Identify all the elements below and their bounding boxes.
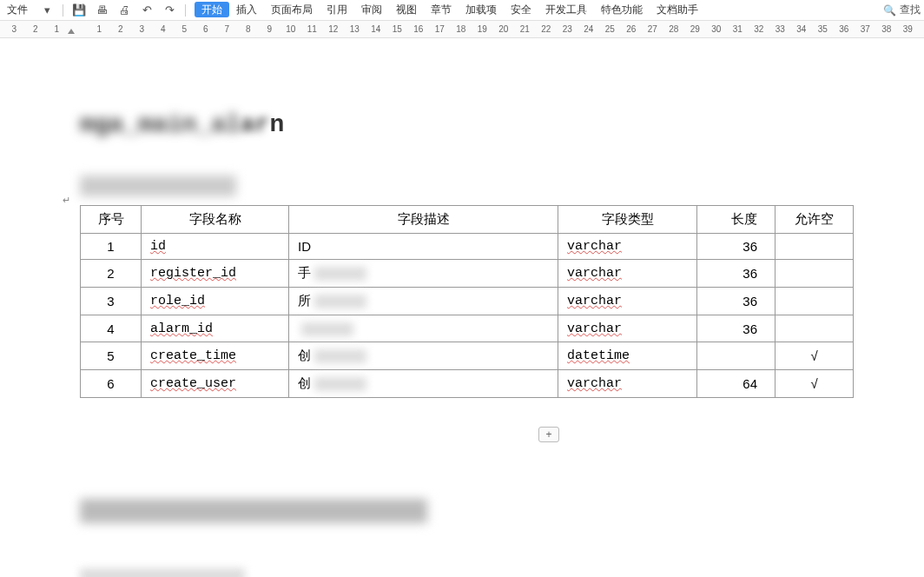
ruler[interactable]: 3211234567891011121314151617181920212223…	[0, 21, 924, 38]
cell-name[interactable]: create_user	[142, 370, 289, 398]
ruler-tick: 35	[812, 24, 834, 34]
header-len[interactable]: 长度	[697, 206, 776, 234]
add-row-button[interactable]: +	[538, 427, 559, 442]
tab-文档助手[interactable]: 文档助手	[650, 2, 705, 17]
ruler-tick: 9	[259, 24, 280, 34]
table-row[interactable]: 1idIDvarchar36	[81, 234, 854, 260]
ruler-tick: 18	[451, 24, 472, 34]
ruler-tick: 16	[408, 24, 430, 34]
cell-type[interactable]: varchar	[558, 260, 697, 288]
cell-null[interactable]	[776, 260, 854, 288]
header-type[interactable]: 字段类型	[558, 206, 697, 234]
cell-null[interactable]	[776, 315, 854, 342]
ruler-tick: 21	[514, 24, 536, 34]
cell-seq[interactable]: 4	[81, 315, 142, 342]
title-visible-char: n	[269, 111, 284, 138]
cell-type[interactable]: varchar	[558, 370, 697, 398]
header-null[interactable]: 允许空	[776, 206, 854, 234]
table-row[interactable]: 4alarm_idvarchar36	[81, 315, 854, 342]
print-preview-icon[interactable]: 🖨	[117, 3, 131, 17]
ruler-tick: 26	[621, 24, 643, 34]
divider	[63, 4, 63, 17]
file-dropdown-icon[interactable]: ▾	[40, 3, 54, 17]
cell-null[interactable]	[776, 234, 854, 260]
ruler-tick: 40	[919, 24, 925, 34]
cell-seq[interactable]: 6	[81, 370, 142, 398]
cell-desc[interactable]: 所	[289, 288, 558, 315]
tab-章节[interactable]: 章节	[424, 2, 459, 17]
desc-redacted	[301, 322, 353, 336]
tab-插入[interactable]: 插入	[229, 2, 264, 17]
cell-name[interactable]: alarm_id	[142, 315, 289, 342]
save-icon[interactable]: 💾	[72, 3, 86, 17]
cell-len[interactable]: 36	[697, 315, 776, 342]
cell-type[interactable]: varchar	[558, 288, 697, 315]
cell-seq[interactable]: 5	[81, 342, 142, 370]
ruler-tick: 30	[706, 24, 728, 34]
ruler-tick: 15	[386, 24, 408, 34]
cell-name[interactable]: register_id	[142, 260, 289, 288]
cell-len[interactable]: 36	[697, 288, 776, 315]
cell-seq[interactable]: 3	[81, 288, 142, 315]
cell-len[interactable]: 36	[697, 260, 776, 288]
table-row[interactable]: 3role_id所varchar36	[81, 288, 854, 315]
file-menu[interactable]: 文件	[3, 3, 31, 17]
desc-redacted	[314, 349, 366, 363]
search-button[interactable]: 🔍 查找	[883, 3, 921, 17]
schema-table[interactable]: 序号 字段名称 字段描述 字段类型 长度 允许空 1idIDvarchar362…	[80, 205, 854, 398]
ruler-tick: 22	[536, 24, 558, 34]
header-name[interactable]: 字段名称	[142, 206, 289, 234]
subtitle-redacted	[80, 176, 236, 196]
ruler-tick: 23	[557, 24, 578, 34]
header-seq[interactable]: 序号	[81, 206, 142, 234]
cell-name[interactable]: create_time	[142, 342, 289, 370]
tab-引用[interactable]: 引用	[320, 2, 354, 17]
table-row[interactable]: 2register_id手varchar36	[81, 260, 854, 288]
ruler-tick: 11	[301, 24, 323, 34]
tab-开发工具[interactable]: 开发工具	[538, 2, 594, 17]
ruler-tick: 17	[429, 24, 451, 34]
redo-icon[interactable]: ↷	[162, 3, 176, 17]
table-row[interactable]: 5create_time创datetime√	[81, 342, 854, 370]
cell-desc[interactable]: 创	[289, 370, 558, 398]
tab-特色功能[interactable]: 特色功能	[594, 2, 650, 17]
cell-type[interactable]: varchar	[558, 315, 697, 342]
tab-加载项[interactable]: 加载项	[459, 2, 504, 17]
cell-null[interactable]: √	[776, 342, 854, 370]
cell-null[interactable]	[776, 288, 854, 315]
cell-len[interactable]: 64	[697, 370, 776, 398]
tab-开始[interactable]: 开始	[195, 2, 229, 17]
cell-type[interactable]: datetime	[558, 342, 697, 370]
undo-icon[interactable]: ↶	[140, 3, 154, 17]
document-title[interactable]: mga_main_alarn	[80, 111, 284, 138]
cell-name[interactable]: role_id	[142, 288, 289, 315]
page[interactable]: mga_main_alarn ↵ 序号 字段名称 字段描述 字段类型 长度 允许…	[0, 38, 924, 577]
desc-redacted	[314, 267, 366, 281]
cell-desc[interactable]: 创	[289, 342, 558, 370]
ruler-tick: 36	[834, 24, 855, 34]
tab-审阅[interactable]: 审阅	[354, 2, 389, 17]
ruler-tick: 31	[727, 24, 749, 34]
print-icon[interactable]: 🖶	[95, 3, 109, 17]
tab-页面布局[interactable]: 页面布局	[264, 2, 320, 17]
paragraph-mark-icon: ↵	[63, 195, 70, 206]
ruler-tick: 12	[323, 24, 345, 34]
ruler-tick: 38	[876, 24, 898, 34]
cell-name[interactable]: id	[142, 234, 289, 260]
cell-type[interactable]: varchar	[558, 234, 697, 260]
header-desc[interactable]: 字段描述	[289, 206, 558, 234]
tab-视图[interactable]: 视图	[389, 2, 424, 17]
cell-desc[interactable]: 手	[289, 260, 558, 288]
cell-len[interactable]: 36	[697, 234, 776, 260]
cell-seq[interactable]: 1	[81, 234, 142, 260]
indent-marker-icon[interactable]	[68, 29, 75, 34]
cell-seq[interactable]: 2	[81, 260, 142, 288]
desc-redacted	[314, 377, 366, 391]
cell-len[interactable]	[697, 342, 776, 370]
tabs: 开始插入页面布局引用审阅视图章节加载项安全开发工具特色功能文档助手	[195, 3, 705, 17]
tab-安全[interactable]: 安全	[504, 2, 538, 17]
table-row[interactable]: 6create_user创varchar64√	[81, 370, 854, 398]
cell-desc[interactable]	[289, 315, 558, 342]
cell-desc[interactable]: ID	[289, 234, 558, 260]
cell-null[interactable]: √	[776, 370, 854, 398]
